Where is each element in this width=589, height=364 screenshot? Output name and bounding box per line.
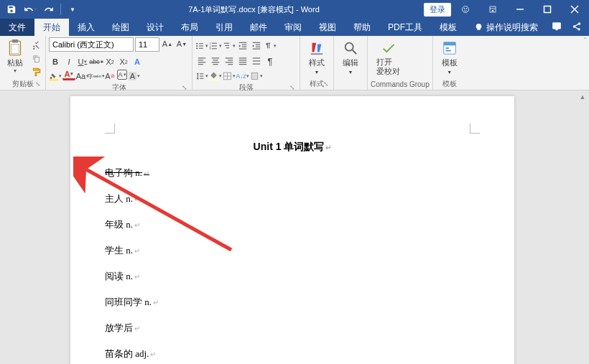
document-title: Unit 1 单词默写↵ <box>105 141 480 154</box>
svg-rect-50 <box>239 62 247 62</box>
comments-icon[interactable] <box>552 22 562 34</box>
svg-rect-37 <box>198 60 203 60</box>
tab-design[interactable]: 设计 <box>138 19 172 36</box>
character-border-button[interactable]: A <box>117 70 127 80</box>
svg-rect-55 <box>200 73 203 74</box>
group-clipboard-label: 剪贴板 <box>12 79 34 89</box>
tab-template[interactable]: 模板 <box>431 19 465 36</box>
decrease-font-button[interactable]: A▼ <box>175 37 188 50</box>
tab-help[interactable]: 帮助 <box>345 19 379 36</box>
text-effects-button[interactable]: A <box>131 55 144 68</box>
open-aixiaodui-button[interactable]: 打开 爱校对 <box>371 37 406 76</box>
decrease-indent-button[interactable] <box>236 39 249 52</box>
qat-customize-dropdown[interactable]: ▼ <box>64 1 81 17</box>
collapse-ribbon-button[interactable]: ˇ <box>584 37 586 45</box>
increase-indent-button[interactable] <box>250 39 263 52</box>
text-direction-button[interactable] <box>264 39 277 52</box>
line-spacing-button[interactable] <box>195 70 208 83</box>
group-font: A▲ A▼ B I U abc X2 X2 A A Aa 字wén A⊘ A A <box>46 36 193 90</box>
group-styles: 样式▼ 样式⤡ <box>300 36 334 90</box>
font-name-select[interactable] <box>49 37 134 52</box>
format-painter-button[interactable] <box>29 66 42 78</box>
character-shading-button[interactable]: A <box>128 70 141 83</box>
tab-references[interactable]: 引用 <box>207 19 241 36</box>
shading-button[interactable] <box>209 70 222 83</box>
svg-rect-22 <box>212 45 217 46</box>
document-page[interactable]: Unit 1 单词默写↵ 电子狗 n.↵主人 n.↵年级 n.↵学生 n.↵阅读… <box>70 96 514 364</box>
share-button[interactable] <box>572 22 582 34</box>
title-bar: ▼ 7A-1单词默写.docx [兼容模式] - Word 登录 <box>0 0 589 19</box>
templates-button[interactable]: 模板▼ <box>436 37 463 75</box>
align-center-button[interactable] <box>209 55 222 67</box>
increase-font-button[interactable]: A▲ <box>161 37 174 50</box>
numbering-button[interactable]: 123 <box>209 39 222 52</box>
paste-button[interactable]: 粘贴 ▼ <box>3 37 27 75</box>
font-color-button[interactable]: A <box>62 70 75 80</box>
phonetic-guide-button[interactable]: 字wén <box>90 70 103 83</box>
tab-file[interactable]: 文件 <box>0 19 34 36</box>
bullets-button[interactable] <box>195 39 208 52</box>
font-size-select[interactable] <box>135 37 159 52</box>
clear-format-button[interactable]: A⊘ <box>103 70 116 83</box>
tab-mailings[interactable]: 邮件 <box>241 19 276 36</box>
redo-button[interactable] <box>40 1 57 17</box>
align-justify-button[interactable] <box>236 55 249 67</box>
scroll-up-button[interactable]: ▲ <box>578 92 588 102</box>
tab-view[interactable]: 视图 <box>310 19 345 36</box>
bold-button[interactable]: B <box>49 55 62 68</box>
styles-button[interactable]: 样式▼ <box>303 37 330 75</box>
tab-layout[interactable]: 布局 <box>172 19 207 36</box>
minimize-button[interactable] <box>507 0 533 19</box>
tab-home[interactable]: 开始 <box>34 19 69 36</box>
document-line: 苗条的 adj.↵ <box>105 347 480 360</box>
document-line: 学生 n.↵ <box>105 244 480 257</box>
svg-rect-30 <box>242 47 246 47</box>
face-icon[interactable] <box>453 0 478 19</box>
tab-review[interactable]: 审阅 <box>276 19 310 36</box>
underline-button[interactable]: U <box>76 55 89 68</box>
highlight-button[interactable] <box>49 70 62 83</box>
svg-rect-14 <box>199 43 203 44</box>
undo-button[interactable] <box>22 1 39 17</box>
copy-button[interactable] <box>29 52 42 64</box>
styles-launcher[interactable]: ⤡ <box>323 80 329 88</box>
svg-rect-53 <box>253 60 261 61</box>
svg-rect-25 <box>224 43 230 44</box>
svg-rect-11 <box>34 57 39 62</box>
show-paragraph-button[interactable]: ¶ <box>264 55 277 67</box>
maximize-button[interactable] <box>534 0 560 19</box>
tab-draw[interactable]: 绘图 <box>103 19 138 36</box>
svg-rect-68 <box>445 50 450 52</box>
cut-button[interactable] <box>29 39 42 50</box>
svg-rect-10 <box>11 45 19 54</box>
align-left-button[interactable] <box>195 55 208 67</box>
align-distribute-button[interactable] <box>250 55 263 67</box>
tab-pdf[interactable]: PDF工具 <box>379 19 431 36</box>
save-button[interactable] <box>3 1 20 17</box>
sort-button[interactable]: A↓Z <box>236 70 249 83</box>
ribbon-options-button[interactable] <box>480 0 506 19</box>
subscript-button[interactable]: X2 <box>103 55 116 68</box>
close-button[interactable] <box>562 0 588 19</box>
align-right-button[interactable] <box>223 55 236 67</box>
strikethrough-button[interactable]: abc <box>90 55 103 68</box>
margin-corner-tr <box>470 123 480 134</box>
superscript-button[interactable]: X2 <box>117 55 130 68</box>
group-paragraph: 123 ¶ A↓Z 段落⤡ <box>193 36 300 90</box>
group-clipboard: 粘贴 ▼ 剪贴板⤡ <box>0 36 46 90</box>
svg-point-63 <box>345 43 353 51</box>
svg-rect-31 <box>239 49 247 50</box>
login-button[interactable]: 登录 <box>424 3 451 17</box>
document-area: ▲ Unit 1 单词默写↵ 电子狗 n.↵主人 n.↵年级 n.↵学生 n.↵… <box>0 90 589 364</box>
borders-button[interactable] <box>223 70 236 83</box>
svg-rect-38 <box>198 62 206 62</box>
tab-insert[interactable]: 插入 <box>69 19 103 36</box>
svg-rect-52 <box>253 57 261 58</box>
tell-me-search[interactable]: 操作说明搜索 <box>465 19 547 36</box>
clipboard-launcher[interactable]: ⤡ <box>35 80 41 88</box>
italic-button[interactable]: I <box>62 55 75 68</box>
svg-point-2 <box>466 9 467 9</box>
fill-button[interactable] <box>250 70 263 83</box>
editing-button[interactable]: 编辑▼ <box>337 37 364 75</box>
multilevel-button[interactable] <box>223 39 236 52</box>
